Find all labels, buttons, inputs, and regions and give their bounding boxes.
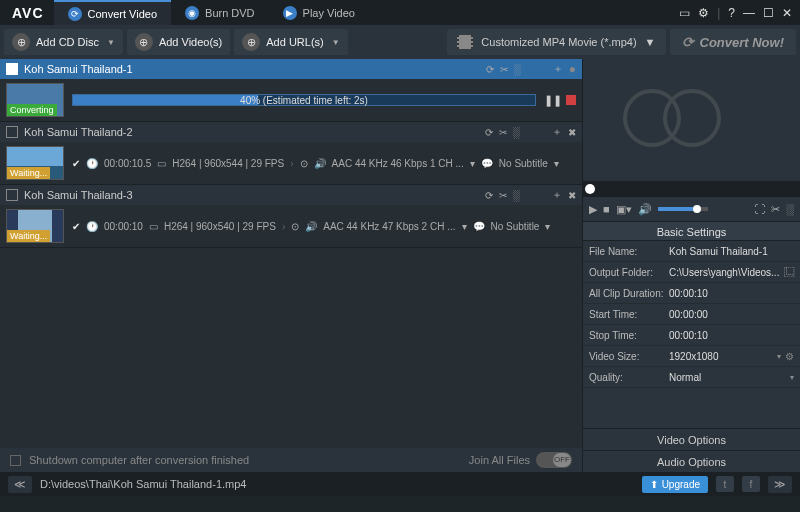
convert-now-button[interactable]: ⟳ Convert Now!	[670, 29, 797, 55]
chevron-down-icon[interactable]: ▾	[545, 221, 550, 232]
menu-icon[interactable]: ▭	[679, 6, 690, 20]
add-icon[interactable]: ＋	[552, 125, 562, 139]
quality-dropdown[interactable]: Normal	[669, 372, 786, 383]
nav-prev-button[interactable]: ≪	[8, 476, 32, 493]
upgrade-label: Upgrade	[662, 479, 700, 490]
chevron-down-icon[interactable]: ▾	[470, 158, 475, 169]
chevron-down-icon[interactable]: ▼	[332, 38, 340, 47]
speaker-icon[interactable]: 🔊	[638, 203, 652, 216]
format-label: Customized MP4 Movie (*.mp4)	[481, 36, 636, 48]
join-files-toggle[interactable]: OFF	[536, 452, 572, 468]
chevron-down-icon[interactable]: ▼	[107, 38, 115, 47]
effects-icon[interactable]: ░	[513, 127, 520, 138]
globe-plus-icon: ⊕	[242, 33, 260, 51]
button-label: Add CD Disc	[36, 36, 99, 48]
start-time-input[interactable]: 00:00:00	[669, 309, 794, 320]
chevron-down-icon[interactable]: ▾	[462, 221, 467, 232]
crop-icon[interactable]: ⛶	[754, 203, 765, 215]
button-label: Convert Now!	[700, 35, 785, 50]
gear-icon[interactable]: ⚙	[785, 351, 794, 362]
remove-icon[interactable]: ✖	[568, 127, 576, 138]
check-icon: ✔	[72, 221, 80, 232]
film-reel-icon	[637, 85, 747, 155]
add-urls-button[interactable]: ⊕ Add URL(s) ▼	[234, 29, 347, 55]
expand-icon[interactable]: ›	[290, 158, 293, 169]
output-folder-input[interactable]: C:\Users\yangh\Videos...	[669, 267, 780, 278]
subtitle: No Subtitle	[499, 158, 548, 169]
twitter-icon[interactable]: t	[716, 476, 734, 492]
facebook-icon[interactable]: f	[742, 476, 760, 492]
shutdown-checkbox[interactable]	[10, 455, 21, 466]
checkbox[interactable]	[6, 63, 18, 75]
chevron-down-icon[interactable]: ▾	[777, 352, 781, 361]
maximize-icon[interactable]: ☐	[763, 6, 774, 20]
settings-panel: File Name: Koh Samui Thailand-1 Output F…	[583, 241, 800, 428]
speaker-icon: 🔊	[305, 221, 317, 232]
video-options-button[interactable]: Video Options	[583, 428, 800, 450]
disc-plus-icon: ⊕	[12, 33, 30, 51]
refresh-icon[interactable]: ⟳	[485, 127, 493, 138]
progress-bar: 40% (Estimated time left: 2s)	[72, 94, 536, 106]
status-badge: Converting	[7, 104, 57, 116]
play-icon[interactable]: ▶	[589, 203, 597, 216]
gear-icon[interactable]: ⚙	[698, 6, 709, 20]
chevron-down-icon[interactable]: ▾	[554, 158, 559, 169]
app-logo: AVC	[2, 5, 54, 21]
help-icon[interactable]: ?	[728, 6, 735, 20]
output-format-dropdown[interactable]: Customized MP4 Movie (*.mp4) ▼	[447, 29, 665, 55]
refresh-icon[interactable]: ⟳	[486, 64, 494, 75]
remove-icon[interactable]: ✖	[568, 190, 576, 201]
refresh-icon: ⟳	[68, 7, 82, 21]
minimize-icon[interactable]: ―	[743, 6, 755, 20]
nav-next-button[interactable]: ≫	[768, 476, 792, 493]
preview-timeline[interactable]	[583, 181, 800, 197]
add-cd-disc-button[interactable]: ⊕ Add CD Disc ▼	[4, 29, 123, 55]
refresh-icon[interactable]: ⟳	[485, 190, 493, 201]
file-name-input[interactable]: Koh Samui Thailand-1	[669, 246, 794, 257]
close-icon[interactable]: ✕	[782, 6, 792, 20]
preview-pane	[583, 59, 800, 181]
effects-icon[interactable]: ░	[514, 64, 521, 75]
checkbox[interactable]	[6, 126, 18, 138]
effects-icon[interactable]: ░	[513, 190, 520, 201]
stop-icon[interactable]	[566, 95, 576, 105]
refresh-icon: ⟳	[682, 34, 694, 50]
upgrade-button[interactable]: ⬆Upgrade	[642, 476, 708, 493]
checkbox[interactable]	[6, 189, 18, 201]
audio-options-button[interactable]: Audio Options	[583, 450, 800, 472]
timeline-knob[interactable]	[585, 184, 595, 194]
expand-icon[interactable]: ›	[282, 221, 285, 232]
tab-burn-dvd[interactable]: ◉ Burn DVD	[171, 0, 269, 25]
volume-slider[interactable]	[658, 207, 708, 211]
tab-convert-video[interactable]: ⟳ Convert Video	[54, 0, 172, 25]
setting-video-size: Video Size: 1920x1080 ▾ ⚙	[583, 346, 800, 367]
audio-icon: ⊙	[291, 221, 299, 232]
stop-icon[interactable]: ■	[603, 203, 610, 215]
add-icon[interactable]: ＋	[552, 188, 562, 202]
scissors-icon[interactable]: ✂	[499, 127, 507, 138]
setting-label: All Clip Duration:	[589, 288, 669, 299]
stop-time-input[interactable]: 00:00:10	[669, 330, 794, 341]
tab-play-video[interactable]: ▶ Play Video	[269, 0, 369, 25]
snapshot-icon[interactable]: ▣▾	[616, 203, 632, 216]
chevron-down-icon[interactable]: ▾	[790, 373, 794, 382]
duration: 00:00:10.5	[104, 158, 151, 169]
video-size-dropdown[interactable]: 1920x1080	[669, 351, 773, 362]
basic-settings-header: Basic Settings	[583, 221, 800, 241]
pause-icon[interactable]: ❚❚	[544, 94, 562, 107]
list-item[interactable]: Koh Samui Thailand-3 ⟳ ✂ ░ ＋ ✖ Waiting..…	[0, 185, 582, 248]
play-icon: ▶	[283, 6, 297, 20]
scissors-icon[interactable]: ✂	[499, 190, 507, 201]
join-files-label: Join All Files	[469, 454, 530, 466]
clock-icon: 🕐	[86, 158, 98, 169]
list-item[interactable]: Koh Samui Thailand-1 ⟳ ✂ ░ ＋ ● Convertin…	[0, 59, 582, 122]
add-icon[interactable]: ＋	[553, 62, 563, 76]
scissors-icon[interactable]: ✂	[771, 203, 780, 216]
effects-icon[interactable]: ░	[786, 203, 794, 215]
add-videos-button[interactable]: ⊕ Add Video(s)	[127, 29, 230, 55]
remove-icon[interactable]: ●	[569, 62, 576, 76]
button-label: Add Video(s)	[159, 36, 222, 48]
folder-open-icon[interactable]: ⿺	[784, 267, 794, 278]
list-item[interactable]: Koh Samui Thailand-2 ⟳ ✂ ░ ＋ ✖ Waiting..…	[0, 122, 582, 185]
scissors-icon[interactable]: ✂	[500, 64, 508, 75]
